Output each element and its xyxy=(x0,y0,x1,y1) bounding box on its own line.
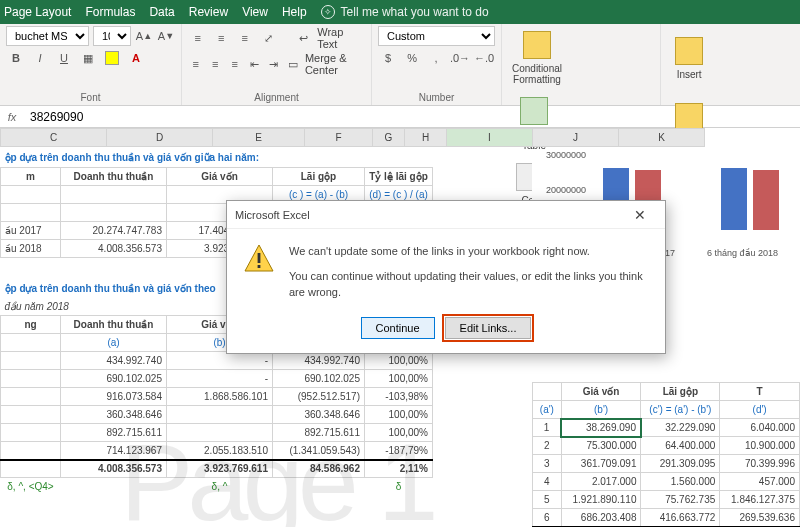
chart-bar xyxy=(721,168,747,230)
italic-button[interactable]: I xyxy=(30,48,50,68)
font-name-select[interactable]: buchet MS xyxy=(6,26,89,46)
tab-review[interactable]: Review xyxy=(189,5,228,19)
decrease-decimal-icon[interactable]: ←.0 xyxy=(474,48,494,68)
chart-bar xyxy=(753,170,779,230)
merge-icon[interactable]: ▭ xyxy=(285,54,300,74)
increase-indent-icon[interactable]: ⇥ xyxy=(266,54,281,74)
accounting-format-icon[interactable]: $ xyxy=(378,48,398,68)
dialog-title: Microsoft Excel xyxy=(235,209,623,221)
bold-button[interactable]: B xyxy=(6,48,26,68)
tell-me-label: Tell me what you want to do xyxy=(341,5,489,19)
group-number: Custom $ % , .0→ ←.0 Number xyxy=(372,24,502,105)
table-right: Giá vốnLãi gộpT(a')(b')(c') = (a') - (b'… xyxy=(532,382,800,527)
tab-help[interactable]: Help xyxy=(282,5,307,19)
group-alignment: ≡ ≡ ≡ ⤢ ↩ Wrap Text ≡ ≡ ≡ ⇤ ⇥ ▭ Merge & … xyxy=(182,24,372,105)
align-middle-icon[interactable]: ≡ xyxy=(211,28,230,48)
svg-rect-2 xyxy=(258,265,261,268)
border-button[interactable]: ▦ xyxy=(78,48,98,68)
column-headers[interactable]: CDEFGHIJK xyxy=(0,128,705,147)
fill-color-button[interactable] xyxy=(102,48,122,68)
tab-page-layout[interactable]: Page Layout xyxy=(4,5,71,19)
increase-font-icon[interactable]: A▲ xyxy=(135,26,153,46)
decrease-indent-icon[interactable]: ⇤ xyxy=(246,54,261,74)
number-format-select[interactable]: Custom xyxy=(378,26,495,46)
comma-format-icon[interactable]: , xyxy=(426,48,446,68)
align-top-icon[interactable]: ≡ xyxy=(188,28,207,48)
insert-button[interactable]: Insert xyxy=(667,26,711,90)
group-styles: Conditional Formatting Format as Table C… xyxy=(502,24,661,105)
orientation-icon[interactable]: ⤢ xyxy=(258,28,277,48)
align-center-icon[interactable]: ≡ xyxy=(207,54,222,74)
continue-button[interactable]: Continue xyxy=(361,317,435,339)
warning-icon xyxy=(243,243,275,275)
tab-data[interactable]: Data xyxy=(149,5,174,19)
close-icon[interactable]: ✕ xyxy=(623,204,657,226)
dialog-message: We can't update some of the links in you… xyxy=(289,243,649,301)
fx-icon[interactable]: fx xyxy=(0,111,24,123)
svg-rect-1 xyxy=(258,253,261,263)
tell-me[interactable]: ✧ Tell me what you want to do xyxy=(321,5,489,19)
column-header[interactable]: K xyxy=(619,129,705,147)
wrap-text-icon[interactable]: ↩ xyxy=(294,28,313,48)
dialog-line2: You can continue without updating their … xyxy=(289,268,649,301)
align-bottom-icon[interactable]: ≡ xyxy=(235,28,254,48)
align-right-icon[interactable]: ≡ xyxy=(227,54,242,74)
align-left-icon[interactable]: ≡ xyxy=(188,54,203,74)
column-header[interactable]: C xyxy=(1,129,107,147)
column-header[interactable]: H xyxy=(405,129,447,147)
column-header[interactable]: E xyxy=(213,129,305,147)
group-alignment-label: Alignment xyxy=(188,90,365,105)
column-header[interactable]: G xyxy=(373,129,405,147)
group-number-label: Number xyxy=(378,90,495,105)
column-header[interactable]: I xyxy=(447,129,533,147)
font-color-button[interactable]: A xyxy=(126,48,146,68)
edit-links-button[interactable]: Edit Links... xyxy=(445,317,532,339)
wrap-text-label[interactable]: Wrap Text xyxy=(317,26,365,50)
decrease-font-icon[interactable]: A▼ xyxy=(157,26,175,46)
dialog-titlebar[interactable]: Microsoft Excel ✕ xyxy=(227,201,665,229)
percent-format-icon[interactable]: % xyxy=(402,48,422,68)
lightbulb-icon: ✧ xyxy=(321,5,335,19)
update-links-dialog: Microsoft Excel ✕ We can't update some o… xyxy=(226,200,666,354)
column-header[interactable]: F xyxy=(305,129,373,147)
column-header[interactable]: J xyxy=(533,129,619,147)
tab-formulas[interactable]: Formulas xyxy=(85,5,135,19)
group-font-label: Font xyxy=(6,90,175,105)
column-header[interactable]: D xyxy=(107,129,213,147)
group-font: buchet MS 10 A▲ A▼ B I U ▦ A Font xyxy=(0,24,182,105)
dialog-line1: We can't update some of the links in you… xyxy=(289,243,649,260)
tab-view[interactable]: View xyxy=(242,5,268,19)
group-cells: Insert Delete Format Cells xyxy=(661,24,800,105)
conditional-formatting-button[interactable]: Conditional Formatting xyxy=(508,26,566,90)
ribbon: buchet MS 10 A▲ A▼ B I U ▦ A Font ≡ ≡ ≡ … xyxy=(0,24,800,106)
underline-button[interactable]: U xyxy=(54,48,74,68)
ribbon-tabs: Page Layout Formulas Data Review View He… xyxy=(0,0,800,24)
merge-label[interactable]: Merge & Center xyxy=(305,52,365,76)
increase-decimal-icon[interactable]: .0→ xyxy=(450,48,470,68)
font-size-select[interactable]: 10 xyxy=(93,26,131,46)
